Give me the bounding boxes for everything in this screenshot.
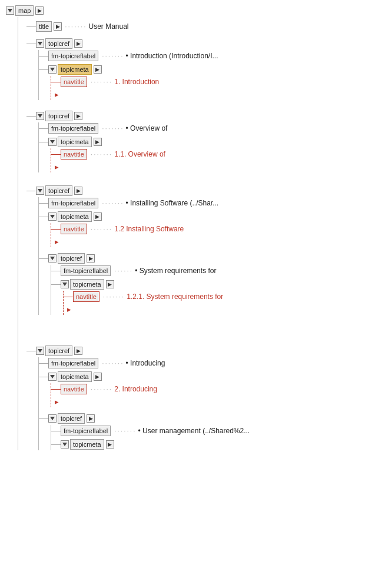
topicmeta4-row: topicmeta ▶: [39, 371, 359, 383]
dash1: ▸: [54, 88, 359, 100]
topicmeta1-row: topicmeta ▶: [39, 64, 359, 75]
topicref4-row: topicref ▶: [26, 345, 359, 357]
fm-label1-content: • Introduction (Introduction/I...: [126, 52, 218, 60]
topicmeta4-right-btn[interactable]: ▶: [94, 373, 102, 381]
navtitle3-1-tag[interactable]: navtitle: [73, 291, 99, 302]
map-right-btn[interactable]: ▶: [35, 6, 44, 15]
fm-label3-row: fm-topicreflabel ······· • Installing So…: [39, 197, 359, 209]
topicref4-1-right-btn[interactable]: ▶: [87, 414, 95, 423]
fm-topicreflabel3-tag[interactable]: fm-topicreflabel: [48, 198, 98, 208]
topicref3-1-row: topicref ▶: [39, 253, 359, 264]
map-tag[interactable]: map: [15, 5, 34, 16]
topicmeta4-1-right-btn[interactable]: ▶: [106, 440, 114, 449]
navtitle1-row: navtitle ······· 1. Introduction: [51, 76, 359, 88]
dash3-1: ▸: [66, 303, 359, 315]
topicmeta2-tag[interactable]: topicmeta: [58, 137, 92, 147]
topicref4-1-row: topicref ▶: [39, 413, 359, 424]
topicref3-1-toggle[interactable]: [48, 254, 57, 263]
dash2: ▸: [54, 161, 359, 172]
topicref2-row: topicref ▶: [26, 110, 359, 122]
topicref4-tag[interactable]: topicref: [45, 346, 72, 356]
topicref2-right-btn[interactable]: ▶: [74, 112, 82, 120]
fm-label3-content: • Installing Software (../Shar...: [126, 199, 219, 207]
topicmeta3-1-row: topicmeta ▶: [51, 278, 359, 290]
topicref4-right-btn[interactable]: ▶: [74, 347, 82, 355]
navtitle3-tag[interactable]: navtitle: [61, 224, 87, 234]
navtitle4-content: 2. Introducing: [114, 385, 157, 393]
topicref3-right-btn[interactable]: ▶: [74, 187, 82, 195]
topicmeta4-toggle[interactable]: [48, 373, 57, 381]
navtitle1-content: 1. Introduction: [114, 78, 159, 86]
fm-topicreflabel1-tag[interactable]: fm-topicreflabel: [48, 51, 98, 61]
title-tag[interactable]: title: [36, 21, 52, 32]
dash3: ▸: [54, 235, 359, 247]
navtitle2-tag[interactable]: navtitle: [61, 149, 87, 160]
title-content: User Manual: [88, 22, 128, 31]
topicref4-1-toggle[interactable]: [48, 414, 57, 423]
topicmeta4-tag[interactable]: topicmeta: [58, 371, 92, 382]
topicmeta3-1-right-btn[interactable]: ▶: [106, 280, 114, 288]
topicref1-right-btn[interactable]: ▶: [74, 39, 82, 48]
fm-topicreflabel4-tag[interactable]: fm-topicreflabel: [48, 358, 98, 368]
topicref4-toggle[interactable]: [36, 347, 44, 355]
navtitle2-row: navtitle ······· 1.1. Overview of: [51, 148, 359, 160]
title-row: title ▶ ······· User Manual: [26, 21, 359, 32]
navtitle3-row: navtitle ······· 1.2 Installing Software: [51, 223, 359, 235]
topicmeta3-toggle[interactable]: [48, 212, 57, 221]
topicmeta3-right-btn[interactable]: ▶: [94, 212, 102, 221]
topicmeta2-row: topicmeta ▶: [39, 136, 359, 148]
topicmeta2-right-btn[interactable]: ▶: [94, 138, 102, 146]
topicref3-1-tag[interactable]: topicref: [58, 253, 85, 264]
topicmeta3-1-toggle[interactable]: [61, 280, 69, 288]
fm-label4-content: • Introducing: [126, 359, 165, 367]
topicref4-1-tag[interactable]: topicref: [58, 413, 85, 424]
fm-topicreflabel2-tag[interactable]: fm-topicreflabel: [48, 123, 98, 134]
fm-label3-1-row: fm-topicreflabel ······ • System require…: [51, 265, 359, 277]
map-node-row: map ▶: [6, 5, 359, 16]
topicref3-1-right-btn[interactable]: ▶: [87, 254, 95, 263]
map-toggle[interactable]: [6, 6, 14, 15]
navtitle2-content: 1.1. Overview of: [114, 150, 165, 158]
topicmeta4-1-row: topicmeta ▶: [51, 438, 359, 450]
topicref2-toggle[interactable]: [36, 112, 44, 120]
topicmeta2-toggle[interactable]: [48, 138, 57, 146]
navtitle4-row: navtitle ······· 2. Introducing: [51, 383, 359, 395]
dash4: ▸: [54, 396, 359, 407]
navtitle3-content: 1.2 Installing Software: [114, 225, 184, 233]
topicmeta3-1-tag[interactable]: topicmeta: [70, 279, 104, 290]
fm-label2-content: • Overview of: [126, 124, 168, 132]
navtitle3-1-content: 1.2.1. System requirements for: [127, 293, 223, 301]
fm-label4-1-content: • User management (../Shared%2...: [138, 427, 250, 435]
topicref2-tag[interactable]: topicref: [45, 111, 72, 121]
fm-label4-1-row: fm-topicreflabel ······· • User manageme…: [51, 425, 359, 437]
navtitle4-tag[interactable]: navtitle: [61, 384, 87, 394]
navtitle1-tag[interactable]: navtitle: [61, 77, 87, 87]
topicref3-row: topicref ▶: [26, 185, 359, 197]
h-connector: [26, 26, 36, 27]
tree-root: map ▶ title ▶ ······· User Manual topicr…: [0, 0, 365, 456]
topicmeta4-1-tag[interactable]: topicmeta: [70, 439, 104, 450]
title-right-btn[interactable]: ▶: [54, 22, 62, 31]
fm-topicreflabel4-1-tag[interactable]: fm-topicreflabel: [61, 426, 111, 436]
fm-label1-row: fm-topicreflabel ······· • Introduction …: [39, 50, 359, 62]
topicmeta3-tag[interactable]: topicmeta: [58, 211, 92, 222]
topicmeta1-tag[interactable]: topicmeta: [58, 64, 92, 75]
topicref1-tag[interactable]: topicref: [45, 38, 72, 49]
fm-label4-row: fm-topicreflabel ······· • Introducing: [39, 357, 359, 369]
navtitle3-1-row: navtitle ······· 1.2.1. System requireme…: [64, 291, 359, 303]
fm-topicreflabel3-1-tag[interactable]: fm-topicreflabel: [61, 265, 111, 276]
topicmeta1-toggle[interactable]: [48, 65, 57, 74]
topicmeta1-right-btn[interactable]: ▶: [94, 65, 102, 74]
fm-label3-1-content: • System requirements for: [135, 267, 216, 275]
topicmeta4-1-toggle[interactable]: [61, 440, 69, 449]
topicref3-toggle[interactable]: [36, 187, 44, 195]
topicref1-toggle[interactable]: [36, 39, 44, 48]
topicref3-tag[interactable]: topicref: [45, 185, 72, 196]
fm-label2-row: fm-topicreflabel ······· • Overview of: [39, 122, 359, 134]
topicmeta3-row: topicmeta ▶: [39, 211, 359, 222]
topicref1-row: topicref ▶: [26, 38, 359, 49]
